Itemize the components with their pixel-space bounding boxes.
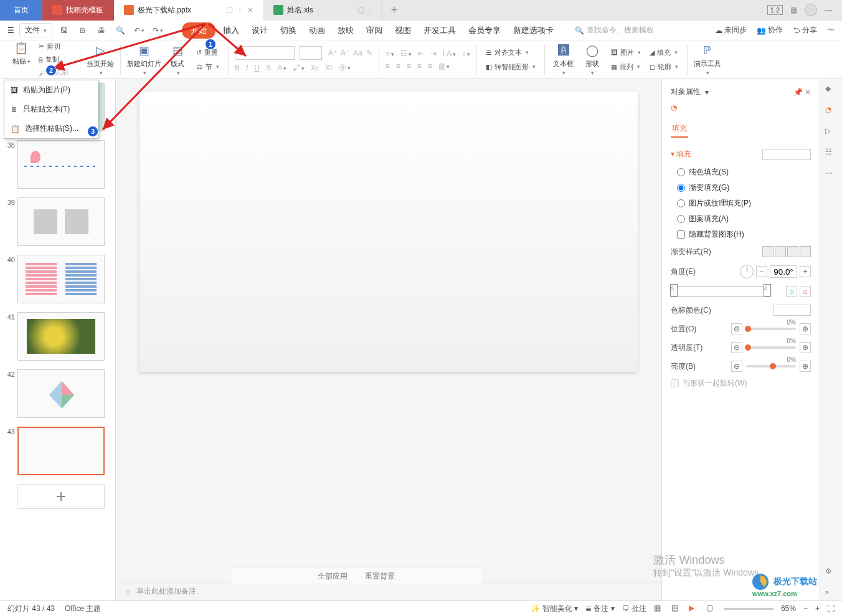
arrange-button[interactable]: ▦ 排列 bbox=[608, 61, 643, 73]
picture-button[interactable]: 🖼 图片 bbox=[608, 47, 643, 59]
pos-slider[interactable]: 0% bbox=[746, 328, 796, 330]
new-tab-button[interactable]: + bbox=[382, 4, 407, 17]
shapes-button[interactable]: ◯形状 bbox=[580, 43, 605, 76]
align-center-icon[interactable]: ≡ bbox=[396, 62, 400, 70]
search-command[interactable]: 🔍 查找命令、搜索模板 bbox=[575, 25, 654, 36]
ribbon-tab-view[interactable]: 视图 bbox=[390, 22, 416, 39]
thumb-43[interactable] bbox=[17, 427, 105, 475]
outline-button[interactable]: ◻ 轮廓 bbox=[647, 61, 681, 73]
pos-dec[interactable]: ⊖ bbox=[731, 323, 742, 334]
comments-toggle[interactable]: 🗨 批注 bbox=[622, 604, 646, 614]
ribbon-collapse-icon[interactable]: 〜 bbox=[827, 25, 835, 36]
indent-dec-icon[interactable]: ⇤ bbox=[418, 49, 424, 58]
change-case-icon[interactable]: Aa bbox=[353, 49, 362, 57]
window-layout-1[interactable]: 1 2 bbox=[767, 5, 783, 15]
align-left-icon[interactable]: ≡ bbox=[386, 62, 390, 70]
strike-icon[interactable]: S bbox=[266, 64, 271, 72]
thumb-41[interactable] bbox=[17, 312, 105, 361]
reset-bg-button[interactable]: 重置背景 bbox=[365, 571, 395, 582]
fontcolor-icon[interactable]: A bbox=[277, 64, 286, 72]
highlight-icon[interactable]: 🖍 bbox=[293, 64, 305, 72]
sidetab-settings[interactable]: ⚙ bbox=[825, 567, 838, 579]
link-mini-icon[interactable]: ◦ bbox=[239, 5, 242, 15]
present-mini-icon[interactable]: ▢ bbox=[226, 5, 233, 15]
notes-toggle[interactable]: ≣ 备注 ▾ bbox=[585, 604, 615, 614]
view-sorter-icon[interactable]: ▤ bbox=[671, 604, 681, 614]
view-normal-icon[interactable]: ▦ bbox=[654, 604, 664, 614]
sidetab-style[interactable]: ◆ bbox=[825, 84, 838, 97]
smart-beautify[interactable]: ✨ 智能美化 ▾ bbox=[531, 604, 578, 614]
hamburger-icon[interactable]: ☰ bbox=[7, 26, 14, 35]
fill-solid[interactable]: 纯色填充(S) bbox=[671, 164, 811, 180]
sidetab-collapse[interactable]: » bbox=[825, 588, 838, 600]
thumb-40[interactable] bbox=[17, 255, 105, 303]
tab-xls[interactable]: 姓名.xls ▢ ◦ bbox=[263, 0, 382, 21]
share-button[interactable]: ⮌ 分享 bbox=[793, 25, 817, 36]
angle-dec[interactable]: − bbox=[756, 266, 767, 277]
bright-slider[interactable]: 0% bbox=[746, 365, 796, 367]
tab-home[interactable]: 首页 bbox=[0, 0, 42, 21]
fill-gradient[interactable]: 渐变填充(G) bbox=[671, 180, 811, 196]
linespace-icon[interactable]: ↕ bbox=[462, 49, 470, 58]
indent-inc-icon[interactable]: ⇥ bbox=[430, 49, 437, 58]
grad-style-swatches[interactable] bbox=[762, 246, 811, 257]
add-stop[interactable]: ⌂ bbox=[786, 286, 797, 297]
del-stop[interactable]: ⌂ bbox=[800, 286, 811, 297]
columns-icon[interactable]: ▥ bbox=[438, 62, 450, 70]
present-tools[interactable]: ℙ演示工具 bbox=[694, 43, 721, 76]
wavy-icon[interactable]: ㊝ bbox=[339, 62, 351, 73]
minimize-icon[interactable]: — bbox=[825, 6, 832, 14]
sidetab-res[interactable]: ☷ bbox=[825, 148, 838, 160]
tab-template[interactable]: 找稻壳模板 bbox=[42, 0, 114, 21]
decrease-font-icon[interactable]: A⁻ bbox=[341, 49, 349, 57]
textbox-button[interactable]: 🅰文本框 bbox=[551, 43, 576, 76]
fill-preview[interactable] bbox=[762, 149, 811, 160]
fit-window-icon[interactable]: ⛶ bbox=[827, 604, 835, 613]
align-justify-icon[interactable]: ≡ bbox=[417, 62, 422, 70]
coop-button[interactable]: 👥 协作 bbox=[757, 25, 783, 36]
fill-picture[interactable]: 图片或纹理填充(P) bbox=[671, 196, 811, 211]
ribbon-tab-new[interactable]: 新建选项卡 bbox=[508, 22, 559, 39]
angle-inc[interactable]: + bbox=[800, 266, 811, 277]
ribbon-tab-review[interactable]: 审阅 bbox=[361, 22, 387, 39]
ribbon-tab-animation[interactable]: 动画 bbox=[304, 22, 330, 39]
stopcolor-picker[interactable] bbox=[773, 305, 811, 316]
zoom-value[interactable]: 65% bbox=[781, 604, 796, 613]
fill-category-icon[interactable]: ◔ bbox=[671, 103, 688, 121]
zoom-inc[interactable]: + bbox=[815, 604, 820, 613]
align-right-icon[interactable]: ≡ bbox=[407, 62, 411, 70]
unsync-button[interactable]: ☁ 未同步 bbox=[715, 25, 747, 36]
add-slide-button[interactable]: + bbox=[17, 484, 105, 509]
sidetab-props[interactable]: ◔ bbox=[825, 105, 838, 118]
zoom-dec[interactable]: − bbox=[803, 604, 808, 613]
sidetab-anim[interactable]: ▷ bbox=[825, 126, 838, 139]
hide-bg[interactable]: 隐藏背景图形(H) bbox=[671, 227, 811, 242]
tab-active-doc[interactable]: 极光下载站.pptx ▢ ◦ × bbox=[114, 0, 263, 21]
font-size-select[interactable] bbox=[300, 46, 322, 60]
convert-smart-button[interactable]: ◧ 转智能图形 bbox=[483, 61, 538, 73]
ribbon-tab-dev[interactable]: 开发工具 bbox=[419, 22, 461, 39]
grid-icon[interactable]: ▦ bbox=[790, 6, 797, 14]
increase-font-icon[interactable]: A⁺ bbox=[328, 49, 337, 57]
apply-all-button[interactable]: 全部应用 bbox=[318, 571, 348, 582]
thumb-42[interactable] bbox=[17, 369, 105, 418]
angle-dial[interactable] bbox=[740, 265, 754, 278]
align-text-button[interactable]: ☰ 对齐文本 bbox=[483, 47, 538, 59]
fill-pattern[interactable]: 图案填充(A) bbox=[671, 211, 811, 227]
textdir-icon[interactable]: I A bbox=[443, 49, 456, 58]
gradient-slider[interactable]: ⌂ ⌂ bbox=[671, 286, 770, 297]
align-dist-icon[interactable]: ≡ bbox=[428, 62, 432, 70]
superscript-icon[interactable]: X² bbox=[325, 64, 333, 72]
ribbon-tab-slideshow[interactable]: 放映 bbox=[333, 22, 359, 39]
paste-button[interactable]: 📋 粘贴 bbox=[9, 40, 34, 78]
thumb-39[interactable] bbox=[17, 197, 105, 246]
avatar[interactable] bbox=[805, 4, 817, 16]
angle-input[interactable] bbox=[770, 265, 797, 278]
pos-inc[interactable]: ⊕ bbox=[800, 323, 811, 334]
rotate-with-shape[interactable]: 与形状一起旋转(W) bbox=[671, 376, 811, 391]
view-reading-icon[interactable]: ▶ bbox=[689, 604, 699, 614]
ribbon-tab-transition[interactable]: 切换 bbox=[275, 22, 301, 39]
sidetab-more[interactable]: ⋯ bbox=[825, 169, 838, 181]
clear-format-icon[interactable]: ✎ bbox=[366, 49, 372, 57]
charspace-icon[interactable]: X₂ bbox=[311, 64, 319, 72]
